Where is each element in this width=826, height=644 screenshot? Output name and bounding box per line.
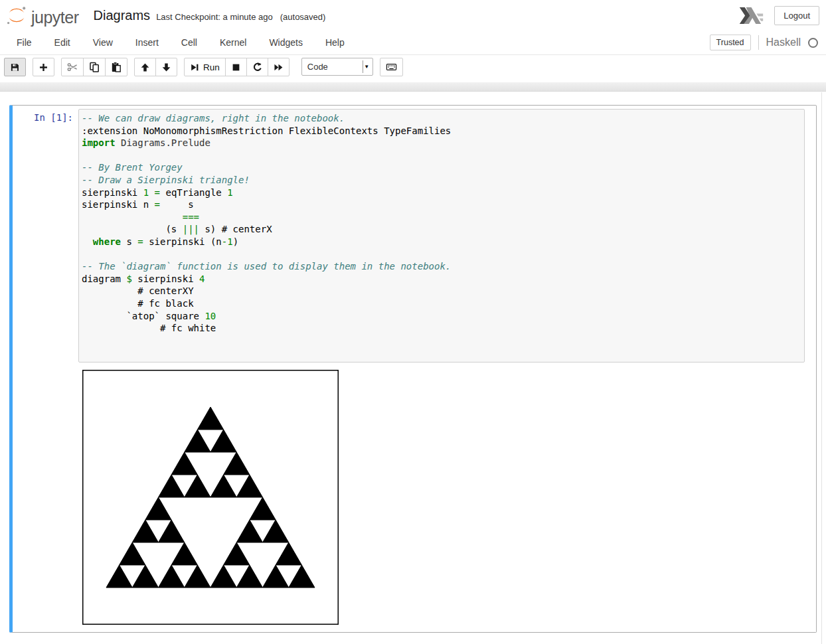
move-up-button[interactable] <box>134 58 156 76</box>
kernel-idle-indicator-icon <box>808 38 818 48</box>
stop-icon <box>231 62 241 72</box>
select-dropdown-arrow-icon: ▼ <box>363 60 371 73</box>
code-content: -- We can draw diagrams, right in the no… <box>82 112 801 359</box>
cell-type-select[interactable]: Code ▼ <box>301 58 373 76</box>
paste-button[interactable] <box>105 58 127 76</box>
toolbar: Run Code ▼ <box>0 56 826 82</box>
output-prompt <box>16 366 78 629</box>
menu-item-kernel[interactable]: Kernel <box>208 31 258 54</box>
menu-item-edit[interactable]: Edit <box>43 31 82 54</box>
menu-item-insert[interactable]: Insert <box>124 31 170 54</box>
jupyter-logo-icon <box>5 4 28 27</box>
trusted-badge[interactable]: Trusted <box>710 35 751 50</box>
notebook-area: In [1]: -- We can draw diagrams, right i… <box>0 92 826 644</box>
paste-icon <box>111 62 122 72</box>
header-bottom-strip <box>0 82 826 92</box>
menu-item-cell[interactable]: Cell <box>170 31 208 54</box>
header: jupyter Diagrams Last Checkpoint: a minu… <box>0 0 826 31</box>
notebook-title[interactable]: Diagrams <box>94 8 151 23</box>
run-icon <box>190 62 199 72</box>
command-palette-button[interactable] <box>380 58 403 76</box>
menu-item-widgets[interactable]: Widgets <box>258 31 314 54</box>
input-prompt: In [1]: <box>16 109 78 362</box>
checkpoint-status: Last Checkpoint: a minute ago <box>156 12 273 22</box>
code-editor[interactable]: -- We can draw diagrams, right in the no… <box>78 109 805 362</box>
menu-item-file[interactable]: File <box>5 31 43 54</box>
stop-button[interactable] <box>225 58 247 76</box>
scissors-icon <box>67 62 78 72</box>
jupyter-logo[interactable]: jupyter <box>5 4 79 27</box>
cut-button[interactable] <box>61 58 84 76</box>
jupyter-wordmark: jupyter <box>31 4 79 27</box>
notebook-container-edge <box>821 92 822 644</box>
autosave-status: (autosaved) <box>280 12 326 22</box>
keyboard-icon <box>386 62 397 72</box>
output-subarea <box>78 366 339 629</box>
copy-button[interactable] <box>83 58 106 76</box>
copy-icon <box>89 62 100 72</box>
arrow-up-icon <box>140 62 150 72</box>
save-button[interactable] <box>4 58 26 76</box>
add-cell-button[interactable] <box>33 58 54 76</box>
sierpinski-output-image <box>82 370 339 625</box>
cell-output-row <box>16 366 813 629</box>
fast-forward-icon <box>274 62 284 72</box>
haskell-logo-icon <box>739 7 764 24</box>
restart-kernel-button[interactable] <box>246 58 268 76</box>
kernel-divider <box>758 35 759 50</box>
cell-input-row: In [1]: -- We can draw diagrams, right i… <box>16 109 813 362</box>
save-icon <box>10 62 20 72</box>
arrow-down-icon <box>161 62 171 72</box>
run-button-label: Run <box>203 62 220 72</box>
menu-item-view[interactable]: View <box>82 31 124 54</box>
plus-icon <box>39 62 48 72</box>
cell-type-value: Code <box>307 62 328 72</box>
restart-icon <box>252 62 262 72</box>
restart-run-all-button[interactable] <box>268 58 289 76</box>
move-down-button[interactable] <box>155 58 177 76</box>
run-button[interactable]: Run <box>184 58 226 76</box>
kernel-name: Haskell <box>766 37 801 48</box>
logout-button[interactable]: Logout <box>774 6 819 25</box>
menu-item-help[interactable]: Help <box>314 31 356 54</box>
code-cell-selected[interactable]: In [1]: -- We can draw diagrams, right i… <box>9 105 817 633</box>
menubar: File Edit View Insert Cell Kernel Widget… <box>0 31 826 55</box>
title-group: Diagrams Last Checkpoint: a minute ago (… <box>94 8 326 23</box>
